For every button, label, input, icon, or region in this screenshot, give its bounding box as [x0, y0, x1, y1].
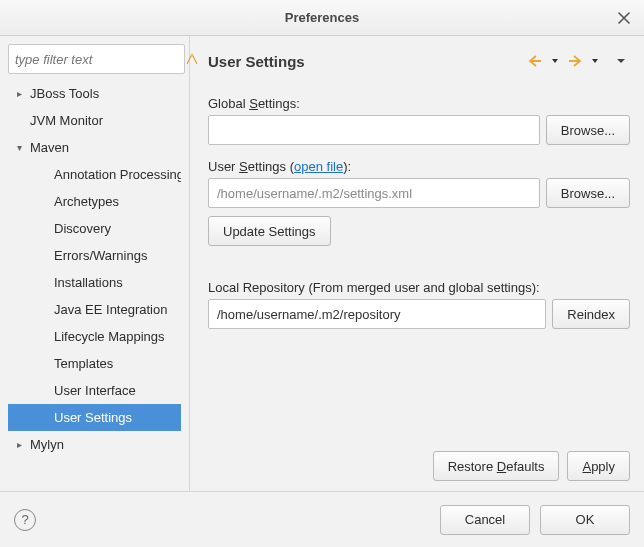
tree-label: Annotation Processing [54, 167, 181, 182]
filter-row [8, 44, 185, 74]
global-settings-input[interactable] [208, 115, 540, 145]
tree-label: Templates [54, 356, 113, 371]
apply-button[interactable]: Apply [567, 451, 630, 481]
local-repo-label: Local Repository (From merged user and g… [208, 280, 630, 295]
open-file-link[interactable]: open file [294, 159, 343, 174]
page-title: User Settings [208, 53, 305, 70]
tree-label: User Interface [54, 383, 136, 398]
close-button[interactable] [614, 8, 634, 28]
close-icon [618, 12, 630, 24]
collapse-icon[interactable]: ▾ [12, 141, 26, 155]
forward-menu-icon[interactable] [586, 52, 604, 70]
tree-label: Mylyn [30, 437, 64, 452]
tree-label: Java EE Integration [54, 302, 167, 317]
expand-placeholder [12, 114, 26, 128]
sidebar: ▸JBoss Tools JVM Monitor ▾Maven Annotati… [0, 36, 190, 491]
filter-input[interactable] [15, 52, 184, 67]
tree-label: Maven [30, 140, 69, 155]
titlebar: Preferences [0, 0, 644, 36]
tree-item-maven[interactable]: ▾Maven [8, 134, 181, 161]
tree-item-jboss[interactable]: ▸JBoss Tools [8, 80, 181, 107]
main-panel: User Settings Global Settings: Browse...… [190, 36, 644, 491]
forward-icon[interactable] [566, 52, 584, 70]
tree-item-javaee[interactable]: Java EE Integration [8, 296, 181, 323]
tree-label: User Settings [54, 410, 132, 425]
reindex-button[interactable]: Reindex [552, 299, 630, 329]
expand-icon[interactable]: ▸ [12, 87, 26, 101]
cancel-button[interactable]: Cancel [440, 505, 530, 535]
browse-user-button[interactable]: Browse... [546, 178, 630, 208]
tree-item-userinterface[interactable]: User Interface [8, 377, 181, 404]
update-settings-button[interactable]: Update Settings [208, 216, 331, 246]
restore-defaults-button[interactable]: Restore Defaults [433, 451, 560, 481]
tree-item-templates[interactable]: Templates [8, 350, 181, 377]
tree-item-mylyn[interactable]: ▸Mylyn [8, 431, 181, 458]
tree-label: Lifecycle Mappings [54, 329, 165, 344]
tree-item-usersettings[interactable]: User Settings [8, 404, 181, 431]
dialog-footer: ? Cancel OK [0, 491, 644, 547]
tree-item-installations[interactable]: Installations [8, 269, 181, 296]
ok-button[interactable]: OK [540, 505, 630, 535]
tree-item-annotation[interactable]: Annotation Processing [8, 161, 181, 188]
tree-item-lifecycle[interactable]: Lifecycle Mappings [8, 323, 181, 350]
page-nav [526, 52, 630, 70]
browse-global-button[interactable]: Browse... [546, 115, 630, 145]
view-menu-icon[interactable] [612, 52, 630, 70]
window-title: Preferences [285, 10, 359, 25]
tree-label: JVM Monitor [30, 113, 103, 128]
local-repo-input[interactable] [208, 299, 546, 329]
tree-item-archetypes[interactable]: Archetypes [8, 188, 181, 215]
back-menu-icon[interactable] [546, 52, 564, 70]
tree-label: Installations [54, 275, 123, 290]
back-icon[interactable] [526, 52, 544, 70]
tree-label: JBoss Tools [30, 86, 99, 101]
tree-item-errors[interactable]: Errors/Warnings [8, 242, 181, 269]
expand-icon[interactable]: ▸ [12, 438, 26, 452]
user-settings-input[interactable] [208, 178, 540, 208]
tree-item-discovery[interactable]: Discovery [8, 215, 181, 242]
help-button[interactable]: ? [14, 509, 36, 531]
global-settings-label: Global Settings: [208, 96, 630, 111]
tree-label: Discovery [54, 221, 111, 236]
tree-label: Archetypes [54, 194, 119, 209]
user-settings-label: User Settings (open file): [208, 159, 630, 174]
tree-label: Errors/Warnings [54, 248, 147, 263]
preferences-tree[interactable]: ▸JBoss Tools JVM Monitor ▾Maven Annotati… [8, 80, 185, 483]
tree-item-jvm[interactable]: JVM Monitor [8, 107, 181, 134]
